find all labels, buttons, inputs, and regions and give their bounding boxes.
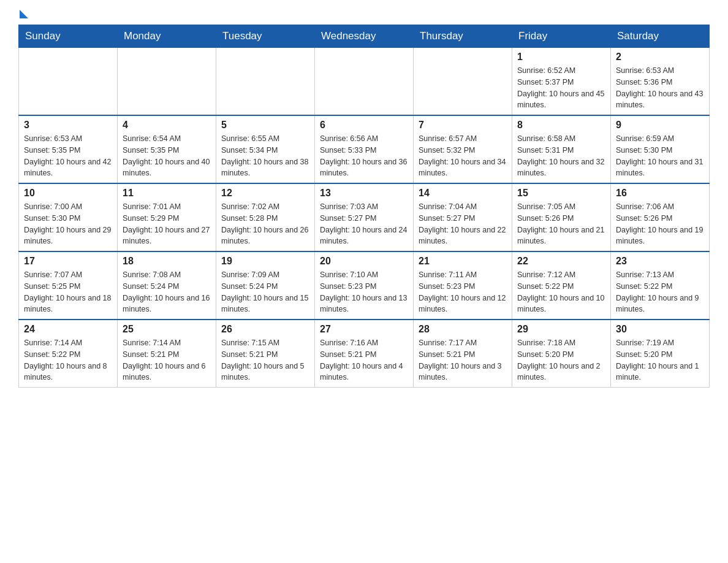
day-info: Sunrise: 7:16 AM Sunset: 5:21 PM Dayligh…: [320, 337, 408, 383]
calendar-cell: 18Sunrise: 7:08 AM Sunset: 5:24 PM Dayli…: [118, 251, 216, 320]
calendar-cell: [118, 48, 216, 116]
calendar-cell: [414, 48, 512, 116]
day-number: 11: [123, 188, 211, 199]
page-header: [18, 12, 710, 18]
day-info: Sunrise: 6:57 AM Sunset: 5:32 PM Dayligh…: [419, 133, 507, 179]
day-info: Sunrise: 7:14 AM Sunset: 5:22 PM Dayligh…: [24, 337, 112, 383]
day-info: Sunrise: 7:12 AM Sunset: 5:22 PM Dayligh…: [517, 269, 605, 315]
day-number: 4: [123, 120, 211, 131]
calendar-cell: [19, 48, 118, 116]
calendar-week-3: 10Sunrise: 7:00 AM Sunset: 5:30 PM Dayli…: [19, 183, 710, 251]
day-number: 14: [419, 188, 507, 199]
calendar-cell: 5Sunrise: 6:55 AM Sunset: 5:34 PM Daylig…: [216, 115, 315, 183]
day-info: Sunrise: 7:15 AM Sunset: 5:21 PM Dayligh…: [221, 337, 309, 383]
calendar-cell: 22Sunrise: 7:12 AM Sunset: 5:22 PM Dayli…: [512, 251, 611, 320]
day-number: 1: [517, 52, 605, 63]
day-info: Sunrise: 6:58 AM Sunset: 5:31 PM Dayligh…: [517, 133, 605, 179]
day-number: 10: [24, 188, 112, 199]
day-info: Sunrise: 6:52 AM Sunset: 5:37 PM Dayligh…: [517, 65, 605, 111]
calendar-cell: 11Sunrise: 7:01 AM Sunset: 5:29 PM Dayli…: [118, 183, 216, 251]
day-info: Sunrise: 7:10 AM Sunset: 5:23 PM Dayligh…: [320, 269, 408, 315]
calendar-cell: 9Sunrise: 6:59 AM Sunset: 5:30 PM Daylig…: [611, 115, 710, 183]
day-info: Sunrise: 7:09 AM Sunset: 5:24 PM Dayligh…: [221, 269, 309, 315]
weekday-header-friday: Friday: [512, 25, 611, 48]
calendar-cell: 14Sunrise: 7:04 AM Sunset: 5:27 PM Dayli…: [414, 183, 512, 251]
calendar-cell: 17Sunrise: 7:07 AM Sunset: 5:25 PM Dayli…: [19, 251, 118, 320]
calendar-cell: 26Sunrise: 7:15 AM Sunset: 5:21 PM Dayli…: [216, 320, 315, 388]
calendar-cell: 25Sunrise: 7:14 AM Sunset: 5:21 PM Dayli…: [118, 320, 216, 388]
day-number: 7: [419, 120, 507, 131]
weekday-header-saturday: Saturday: [611, 25, 710, 48]
calendar-cell: 20Sunrise: 7:10 AM Sunset: 5:23 PM Dayli…: [315, 251, 414, 320]
day-info: Sunrise: 7:06 AM Sunset: 5:26 PM Dayligh…: [616, 201, 704, 247]
calendar-cell: 8Sunrise: 6:58 AM Sunset: 5:31 PM Daylig…: [512, 115, 611, 183]
calendar-cell: 10Sunrise: 7:00 AM Sunset: 5:30 PM Dayli…: [19, 183, 118, 251]
day-number: 17: [24, 256, 112, 267]
weekday-header-thursday: Thursday: [414, 25, 512, 48]
day-info: Sunrise: 6:59 AM Sunset: 5:30 PM Dayligh…: [616, 133, 704, 179]
day-info: Sunrise: 7:11 AM Sunset: 5:23 PM Dayligh…: [419, 269, 507, 315]
day-number: 26: [221, 324, 309, 335]
calendar-cell: 7Sunrise: 6:57 AM Sunset: 5:32 PM Daylig…: [414, 115, 512, 183]
weekday-header-wednesday: Wednesday: [315, 25, 414, 48]
day-number: 6: [320, 120, 408, 131]
day-number: 9: [616, 120, 704, 131]
calendar-cell: [315, 48, 414, 116]
calendar-week-4: 17Sunrise: 7:07 AM Sunset: 5:25 PM Dayli…: [19, 251, 710, 320]
calendar-cell: [216, 48, 315, 116]
logo-triangle-icon: [20, 10, 28, 18]
calendar-cell: 2Sunrise: 6:53 AM Sunset: 5:36 PM Daylig…: [611, 48, 710, 116]
weekday-header-monday: Monday: [118, 25, 216, 48]
day-number: 12: [221, 188, 309, 199]
day-number: 22: [517, 256, 605, 267]
day-number: 16: [616, 188, 704, 199]
calendar-cell: 15Sunrise: 7:05 AM Sunset: 5:26 PM Dayli…: [512, 183, 611, 251]
day-info: Sunrise: 6:53 AM Sunset: 5:35 PM Dayligh…: [24, 133, 112, 179]
calendar-week-5: 24Sunrise: 7:14 AM Sunset: 5:22 PM Dayli…: [19, 320, 710, 388]
day-info: Sunrise: 7:18 AM Sunset: 5:20 PM Dayligh…: [517, 337, 605, 383]
calendar-cell: 29Sunrise: 7:18 AM Sunset: 5:20 PM Dayli…: [512, 320, 611, 388]
day-info: Sunrise: 6:55 AM Sunset: 5:34 PM Dayligh…: [221, 133, 309, 179]
day-info: Sunrise: 7:17 AM Sunset: 5:21 PM Dayligh…: [419, 337, 507, 383]
day-info: Sunrise: 7:14 AM Sunset: 5:21 PM Dayligh…: [123, 337, 211, 383]
weekday-header-tuesday: Tuesday: [216, 25, 315, 48]
calendar-cell: 12Sunrise: 7:02 AM Sunset: 5:28 PM Dayli…: [216, 183, 315, 251]
calendar-cell: 24Sunrise: 7:14 AM Sunset: 5:22 PM Dayli…: [19, 320, 118, 388]
day-number: 21: [419, 256, 507, 267]
calendar-cell: 28Sunrise: 7:17 AM Sunset: 5:21 PM Dayli…: [414, 320, 512, 388]
day-number: 20: [320, 256, 408, 267]
day-number: 3: [24, 120, 112, 131]
calendar-table: SundayMondayTuesdayWednesdayThursdayFrid…: [18, 25, 710, 388]
day-number: 25: [123, 324, 211, 335]
day-number: 8: [517, 120, 605, 131]
calendar-week-1: 1Sunrise: 6:52 AM Sunset: 5:37 PM Daylig…: [19, 48, 710, 116]
day-number: 24: [24, 324, 112, 335]
day-number: 19: [221, 256, 309, 267]
day-info: Sunrise: 7:01 AM Sunset: 5:29 PM Dayligh…: [123, 201, 211, 247]
day-number: 23: [616, 256, 704, 267]
day-number: 15: [517, 188, 605, 199]
day-number: 29: [517, 324, 605, 335]
day-number: 30: [616, 324, 704, 335]
day-info: Sunrise: 7:04 AM Sunset: 5:27 PM Dayligh…: [419, 201, 507, 247]
day-info: Sunrise: 7:08 AM Sunset: 5:24 PM Dayligh…: [123, 269, 211, 315]
day-info: Sunrise: 6:54 AM Sunset: 5:35 PM Dayligh…: [123, 133, 211, 179]
calendar-cell: 30Sunrise: 7:19 AM Sunset: 5:20 PM Dayli…: [611, 320, 710, 388]
day-info: Sunrise: 7:00 AM Sunset: 5:30 PM Dayligh…: [24, 201, 112, 247]
day-info: Sunrise: 6:53 AM Sunset: 5:36 PM Dayligh…: [616, 65, 704, 111]
calendar-cell: 19Sunrise: 7:09 AM Sunset: 5:24 PM Dayli…: [216, 251, 315, 320]
day-info: Sunrise: 7:07 AM Sunset: 5:25 PM Dayligh…: [24, 269, 112, 315]
day-info: Sunrise: 7:05 AM Sunset: 5:26 PM Dayligh…: [517, 201, 605, 247]
day-number: 18: [123, 256, 211, 267]
day-number: 5: [221, 120, 309, 131]
day-info: Sunrise: 7:03 AM Sunset: 5:27 PM Dayligh…: [320, 201, 408, 247]
calendar-cell: 1Sunrise: 6:52 AM Sunset: 5:37 PM Daylig…: [512, 48, 611, 116]
weekday-header-sunday: Sunday: [19, 25, 118, 48]
day-info: Sunrise: 7:19 AM Sunset: 5:20 PM Dayligh…: [616, 337, 704, 383]
weekday-header-row: SundayMondayTuesdayWednesdayThursdayFrid…: [19, 25, 710, 48]
day-info: Sunrise: 7:02 AM Sunset: 5:28 PM Dayligh…: [221, 201, 309, 247]
day-number: 27: [320, 324, 408, 335]
calendar-cell: 16Sunrise: 7:06 AM Sunset: 5:26 PM Dayli…: [611, 183, 710, 251]
day-number: 2: [616, 52, 704, 63]
day-info: Sunrise: 7:13 AM Sunset: 5:22 PM Dayligh…: [616, 269, 704, 315]
